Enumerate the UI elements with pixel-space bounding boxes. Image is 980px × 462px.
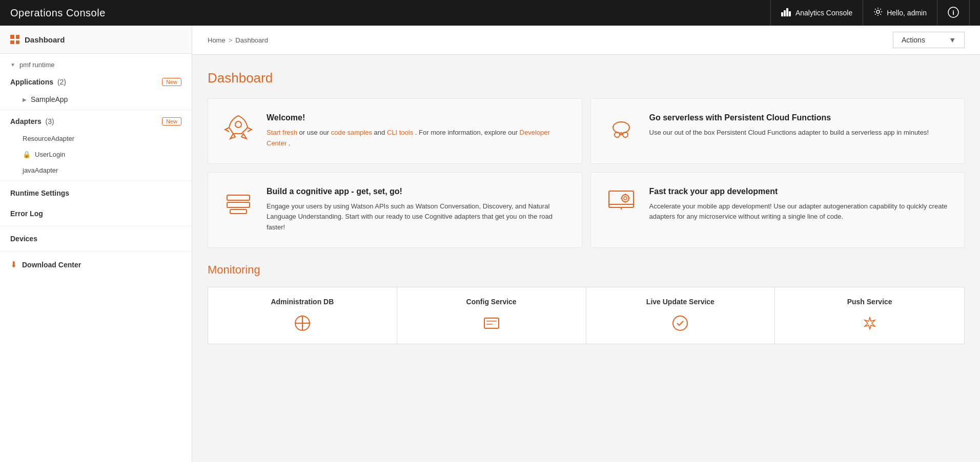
sidebar-item-error-log[interactable]: Error Log [0, 203, 192, 224]
serverless-body: Use our out of the box Persistent Cloud … [649, 128, 929, 138]
svg-point-4 [876, 10, 880, 13]
live-update-label: Live Update Service [597, 298, 765, 306]
adapters-new-badge: New [162, 117, 181, 125]
content-area: Home > Dashboard Actions ▼ Dashboard [192, 26, 980, 462]
cognitive-card: Build a cognitive app - get, set, go! En… [208, 172, 582, 248]
applications-label: Applications (2) [10, 78, 66, 86]
sidebar: Dashboard ▼ pmf runtime Applications (2)… [0, 26, 192, 462]
sidebar-item-download-center[interactable]: ⬇ Download Center [0, 254, 192, 276]
sidebar-item-sampleapp[interactable]: ▶ SampleApp [0, 91, 192, 108]
fasttrack-card: Fast track your app development Accelera… [590, 172, 965, 248]
lock-icon: 🔒 [23, 151, 31, 158]
cognitive-title: Build a cognitive app - get, set, go! [267, 187, 569, 196]
fasttrack-body: Accelerate your mobile app development! … [649, 201, 952, 223]
applications-new-badge: New [162, 78, 181, 86]
top-header: Operations Console Analytics Console Hel [0, 0, 980, 26]
info-button[interactable]: i [937, 0, 970, 26]
content-header: Home > Dashboard Actions ▼ [192, 26, 980, 55]
chevron-down-icon: ▼ [10, 62, 15, 68]
svg-point-34 [673, 316, 687, 330]
serverless-card: Go serverless with Persistent Cloud Func… [590, 98, 965, 164]
user-label: Hello, admin [887, 9, 927, 17]
analytics-console-button[interactable]: Analytics Console [770, 0, 863, 26]
header-right: Analytics Console Hello, admin i [770, 0, 970, 26]
svg-point-8 [613, 122, 629, 133]
svg-point-7 [235, 121, 241, 128]
main-layout: Dashboard ▼ pmf runtime Applications (2)… [0, 26, 980, 462]
chevron-right-icon: ▶ [23, 97, 27, 102]
divider-2 [0, 180, 192, 181]
analytics-label: Analytics Console [795, 9, 852, 17]
breadcrumb-separator: > [229, 36, 233, 44]
breadcrumb-current: Dashboard [235, 36, 268, 44]
monitoring-card-liveupdate: Live Update Service [586, 287, 775, 344]
monitoring-card-config: Config Service [397, 287, 586, 344]
group-name: pmf runtime [19, 61, 55, 69]
sidebar-item-adapters[interactable]: Adapters (3) New [0, 112, 192, 131]
push-service-label: Push Service [785, 298, 954, 306]
svg-rect-15 [227, 195, 250, 200]
svg-rect-3 [789, 11, 791, 16]
config-service-icon [481, 313, 502, 333]
adapters-label: Adapters (3) [10, 117, 54, 125]
svg-rect-1 [784, 10, 786, 16]
chevron-down-icon: ▼ [949, 36, 956, 44]
cloud-icon [603, 113, 639, 144]
sidebar-group-pmf-runtime[interactable]: ▼ pmf runtime [0, 54, 192, 73]
analytics-icon [781, 7, 791, 19]
svg-rect-0 [781, 12, 783, 16]
divider-4 [0, 251, 192, 251]
svg-rect-2 [786, 8, 788, 16]
monitor-gear-icon [603, 187, 639, 218]
config-service-label: Config Service [407, 298, 576, 306]
serverless-title: Go serverless with Persistent Cloud Func… [649, 113, 929, 122]
svg-rect-18 [609, 191, 634, 207]
svg-rect-31 [484, 318, 499, 328]
sidebar-item-resourceadapter[interactable]: ResourceAdapter [0, 131, 192, 146]
monitoring-card-push: Push Service [775, 287, 964, 344]
start-fresh-link[interactable]: Start fresh [267, 129, 297, 136]
welcome-card: Welcome! Start fresh or use our code sam… [208, 98, 582, 164]
sampleapp-label: SampleApp [31, 95, 68, 103]
user-menu-button[interactable]: Hello, admin [863, 0, 937, 26]
svg-point-23 [624, 197, 627, 200]
code-samples-link[interactable]: code samples [331, 129, 372, 136]
monitoring-card-admin-db: Administration DB [208, 287, 397, 344]
fasttrack-title: Fast track your app development [649, 187, 952, 196]
content-body: Dashboard [192, 55, 980, 360]
serverless-card-content: Go serverless with Persistent Cloud Func… [649, 113, 929, 138]
admin-db-icon [292, 313, 313, 333]
layers-icon [220, 187, 256, 218]
dashboard-label: Dashboard [25, 35, 65, 44]
welcome-card-content: Welcome! Start fresh or use our code sam… [267, 113, 569, 149]
breadcrumb-home[interactable]: Home [208, 36, 226, 44]
userlogin-label: UserLogin [35, 151, 65, 158]
live-update-icon [670, 313, 690, 333]
sidebar-item-applications[interactable]: Applications (2) New [0, 73, 192, 91]
sidebar-item-javaadapter[interactable]: javaAdapter [0, 162, 192, 178]
monitoring-title: Monitoring [208, 263, 965, 277]
divider-1 [0, 110, 192, 110]
push-service-icon [860, 313, 880, 333]
page-title: Dashboard [208, 70, 965, 86]
welcome-title: Welcome! [267, 113, 569, 122]
divider-3 [0, 226, 192, 226]
cli-tools-link[interactable]: CLI tools [387, 129, 413, 136]
info-icon: i [948, 7, 959, 19]
admin-db-label: Administration DB [218, 298, 386, 306]
sidebar-item-userlogin[interactable]: 🔒 UserLogin [0, 146, 192, 162]
fasttrack-card-content: Fast track your app development Accelera… [649, 187, 952, 223]
actions-dropdown[interactable]: Actions ▼ [893, 32, 965, 48]
sidebar-item-devices[interactable]: Devices [0, 228, 192, 249]
welcome-body: Start fresh or use our code samples and … [267, 128, 569, 149]
app-title: Operations Console [10, 7, 106, 19]
cards-grid: Welcome! Start fresh or use our code sam… [208, 98, 965, 248]
monitoring-grid: Administration DB Config Service [208, 287, 965, 344]
sidebar-dashboard[interactable]: Dashboard [0, 26, 192, 54]
download-icon: ⬇ [10, 260, 17, 269]
sidebar-item-runtime-settings[interactable]: Runtime Settings [0, 183, 192, 203]
svg-rect-16 [227, 202, 250, 207]
rocket-icon [220, 113, 256, 144]
svg-rect-17 [230, 209, 247, 214]
cognitive-card-content: Build a cognitive app - get, set, go! En… [267, 187, 569, 233]
